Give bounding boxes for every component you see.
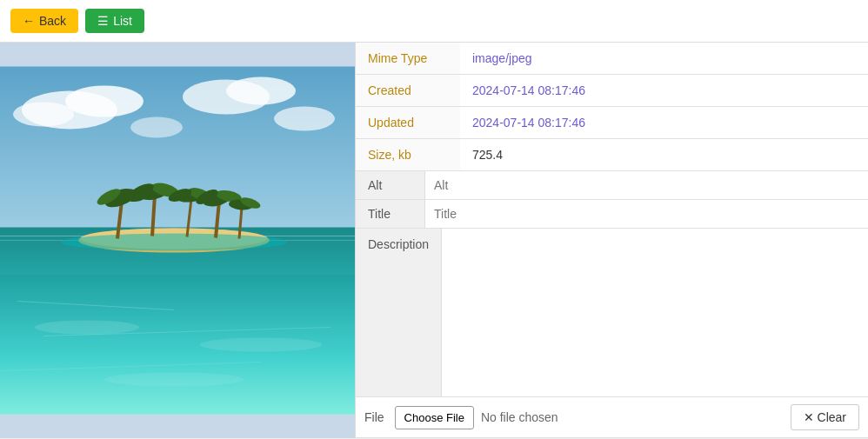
alt-input[interactable] (425, 171, 868, 199)
image-preview (0, 43, 355, 438)
toolbar: ← Back ☰ List (0, 0, 868, 43)
description-textarea[interactable] (442, 229, 868, 396)
choose-file-button[interactable]: Choose File (395, 406, 474, 429)
title-field-row: Title (356, 200, 868, 229)
clear-label: Clear (818, 410, 846, 424)
list-icon: ☰ (97, 14, 109, 28)
svg-point-2 (65, 86, 144, 117)
description-label: Description (356, 229, 442, 396)
file-label: File (364, 410, 384, 424)
description-field-row: Description (356, 229, 868, 397)
metadata-table: Mime Type image/jpeg Created 2024-07-14 … (356, 43, 868, 171)
list-button[interactable]: ☰ List (85, 9, 144, 33)
info-panel: Mime Type image/jpeg Created 2024-07-14 … (355, 43, 868, 438)
svg-point-34 (35, 321, 139, 335)
list-label: List (113, 14, 132, 28)
size-value: 725.4 (460, 139, 868, 171)
mime-type-label: Mime Type (356, 43, 460, 75)
mime-type-row: Mime Type image/jpeg (356, 43, 868, 75)
svg-point-5 (226, 77, 296, 105)
svg-point-14 (61, 234, 287, 251)
main-content: Mime Type image/jpeg Created 2024-07-14 … (0, 43, 868, 438)
mime-type-value: image/jpeg (460, 43, 868, 75)
updated-value: 2024-07-14 08:17:46 (460, 107, 868, 139)
svg-point-3 (13, 103, 74, 127)
alt-field-row: Alt (356, 171, 868, 200)
svg-point-35 (200, 338, 322, 352)
title-input[interactable] (425, 200, 868, 228)
alt-label: Alt (356, 171, 425, 199)
svg-point-7 (130, 117, 183, 138)
svg-point-6 (274, 107, 335, 131)
updated-label: Updated (356, 107, 460, 139)
title-label: Title (356, 200, 425, 228)
clear-x-icon: ✕ (804, 410, 814, 424)
size-row: Size, kb 725.4 (356, 139, 868, 171)
no-file-text: No file chosen (481, 410, 784, 424)
back-arrow-icon: ← (23, 14, 35, 28)
image-panel (0, 43, 355, 438)
created-value: 2024-07-14 08:17:46 (460, 75, 868, 107)
created-label: Created (356, 75, 460, 107)
file-row: File Choose File No file chosen ✕ Clear (356, 397, 868, 438)
back-label: Back (39, 14, 66, 28)
updated-row: Updated 2024-07-14 08:17:46 (356, 107, 868, 139)
back-button[interactable]: ← Back (10, 9, 78, 33)
created-row: Created 2024-07-14 08:17:46 (356, 75, 868, 107)
svg-point-36 (104, 373, 244, 387)
clear-button[interactable]: ✕ Clear (791, 404, 859, 430)
size-label: Size, kb (356, 139, 460, 171)
